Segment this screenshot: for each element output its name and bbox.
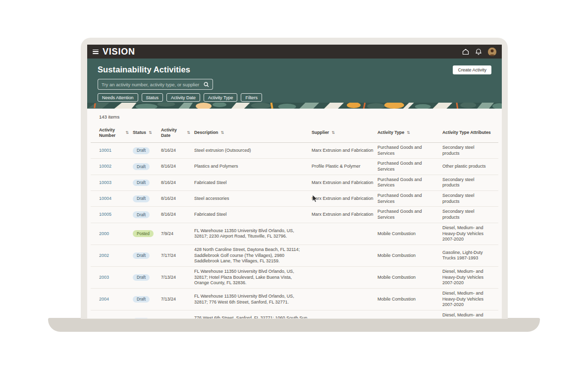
banner-leaf-illustration: [87, 103, 502, 109]
create-activity-button[interactable]: Create Activity: [453, 65, 491, 74]
attributes-cell: Secondary steel products: [442, 177, 495, 188]
status-badge: Draft: [133, 211, 150, 218]
activity-type-cell: Purchased Goods and Services: [377, 177, 442, 188]
attributes-cell: Other plastic products: [442, 164, 495, 170]
activity-date-cell: 8/16/24: [161, 164, 194, 170]
sort-icon[interactable]: ⇅: [187, 131, 190, 135]
activity-number-link[interactable]: 2000: [99, 231, 109, 236]
table-body: 10001Draft8/16/24Steel extrusion (Outsou…: [91, 143, 498, 318]
hamburger-menu-icon[interactable]: [93, 50, 99, 54]
supplier-cell: Marx Extrusion and Fabrication: [312, 148, 377, 154]
filter-chip-filters[interactable]: Filters: [241, 93, 262, 102]
table-row: 2003Draft7/13/24FL Warehouse 11350 Unive…: [91, 267, 498, 289]
description-cell: FL Warehouse 11350 University Blvd Orlan…: [194, 294, 312, 305]
status-cell: Draft: [133, 195, 161, 202]
search-icon[interactable]: [204, 82, 209, 87]
sort-icon[interactable]: ⇅: [125, 131, 129, 135]
description-cell: Fabricated Steel: [194, 180, 312, 186]
activity-number-link[interactable]: 2003: [99, 275, 133, 281]
top-navigation-bar: VISION: [87, 45, 502, 59]
filter-chip-needs-attention[interactable]: Needs Attention: [98, 93, 138, 102]
activity-number-link[interactable]: 2002: [99, 253, 133, 259]
activity-number-link[interactable]: 10004: [99, 196, 111, 201]
status-badge: Draft: [133, 274, 150, 281]
user-avatar[interactable]: [488, 48, 496, 56]
sort-icon[interactable]: ⇅: [149, 131, 152, 135]
activity-number-link[interactable]: 2004: [99, 297, 133, 303]
activity-number-link[interactable]: 10004: [99, 196, 133, 202]
activity-date-cell: 7/13/24: [161, 297, 194, 303]
column-header-activity-type[interactable]: Activity Type⇅: [377, 130, 442, 135]
description-cell: Steel extrusion (Outsourced): [194, 148, 312, 154]
status-badge: Draft: [133, 195, 150, 202]
activity-number-link[interactable]: 2003: [99, 275, 109, 280]
activity-type-cell: Mobile Combustion: [377, 297, 442, 303]
status-badge: Posted: [133, 230, 154, 237]
column-label: Activity Type Attributes: [442, 130, 491, 135]
column-header-activity-date[interactable]: Activity Date⇅: [161, 127, 194, 138]
status-badge: Draft: [133, 318, 150, 318]
items-count: 143 items: [99, 114, 502, 120]
status-cell: Draft: [133, 318, 161, 318]
app-logo: VISION: [103, 47, 135, 56]
activity-number-link[interactable]: 2000: [99, 231, 133, 237]
search-input[interactable]: [102, 82, 204, 87]
status-cell: Draft: [133, 296, 161, 303]
activity-number-link[interactable]: 10001: [99, 148, 111, 153]
attributes-cell: Diesel, Medium- and Heavy-Duty Vehicles …: [442, 291, 495, 308]
activity-type-cell: Mobile Combustion: [377, 275, 442, 281]
column-header-status[interactable]: Status⇅: [133, 130, 161, 135]
column-header-activity-type-attributes[interactable]: Activity Type Attributes: [442, 130, 495, 135]
activity-date-cell: 8/16/24: [161, 180, 194, 186]
status-cell: Draft: [133, 180, 161, 186]
description-cell: FL Warehouse 11350 University Blvd Orlan…: [194, 269, 312, 286]
home-icon[interactable]: [462, 49, 469, 55]
description-cell: FL Warehouse 11350 University Blvd Orlan…: [194, 228, 312, 240]
attributes-cell: Secondary steel products: [442, 193, 495, 204]
supplier-cell: Marx Extrusion and Fabrication: [312, 180, 377, 186]
activity-number-link[interactable]: 10002: [99, 164, 111, 169]
table-row: 2002Draft7/17/24428 North Caroline Stree…: [91, 245, 498, 267]
description-cell: 776 West 6th Street, Sanford, FL 32771; …: [194, 315, 312, 318]
activity-number-link[interactable]: 2004: [99, 297, 109, 302]
activity-date-cell: 7/13/24: [161, 275, 194, 281]
attributes-cell: Secondary steel products: [442, 209, 495, 220]
activity-type-cell: Purchased Goods and Services: [377, 161, 442, 172]
column-label: Activity Number: [99, 127, 123, 138]
activities-table: Activity Number⇅Status⇅Activity Date⇅Des…: [91, 124, 498, 318]
column-header-activity-number[interactable]: Activity Number⇅: [99, 127, 133, 138]
status-cell: Draft: [133, 274, 161, 281]
status-cell: Draft: [133, 163, 161, 170]
table-row: 2004Draft7/13/24FL Warehouse 11350 Unive…: [91, 289, 498, 310]
status-cell: Draft: [133, 252, 161, 259]
filter-chip-activity-type[interactable]: Activity Type: [204, 93, 237, 102]
supplier-cell: Marx Extrusion and Fabrication: [312, 212, 377, 218]
activity-number-link[interactable]: 10003: [99, 180, 133, 186]
activity-number-link[interactable]: 10003: [99, 180, 111, 185]
column-header-description[interactable]: Description⇅: [194, 130, 312, 135]
page-title: Sustainability Activities: [98, 65, 491, 74]
table-header-row: Activity Number⇅Status⇅Activity Date⇅Des…: [91, 124, 498, 143]
activity-number-link[interactable]: 10005: [99, 212, 133, 218]
column-label: Description: [194, 130, 218, 135]
table-row: 2000Posted7/9/24FL Warehouse 11350 Unive…: [91, 223, 498, 245]
content-area: 143 items Activity Number⇅Status⇅Activit…: [87, 114, 502, 318]
activity-number-link[interactable]: 10001: [99, 148, 133, 154]
activity-number-link[interactable]: 10005: [99, 212, 111, 217]
sort-icon[interactable]: ⇅: [331, 131, 335, 135]
sort-icon[interactable]: ⇅: [407, 131, 410, 135]
attributes-cell: Diesel, Medium- and Heavy-Duty Vehicles …: [442, 312, 495, 318]
status-cell: Posted: [133, 230, 161, 237]
activity-number-link[interactable]: 2002: [99, 253, 109, 258]
app-window: VISION: [87, 45, 502, 318]
attributes-cell: Gasoline, Light-Duty Trucks 1987-1993: [442, 250, 495, 261]
filter-chip-status[interactable]: Status: [142, 93, 163, 102]
filter-chip-activity-date[interactable]: Activity Date: [166, 93, 200, 102]
notifications-bell-icon[interactable]: [476, 48, 481, 55]
column-header-supplier[interactable]: Supplier⇅: [312, 130, 377, 135]
sort-icon[interactable]: ⇅: [220, 131, 224, 135]
activity-number-link[interactable]: 10002: [99, 164, 133, 170]
table-row: 2006Draft7/13/24776 West 6th Street, San…: [91, 310, 498, 318]
description-cell: Fabricated Steel: [194, 212, 312, 218]
attributes-cell: Diesel, Medium- and Heavy-Duty Vehicles …: [442, 225, 495, 243]
